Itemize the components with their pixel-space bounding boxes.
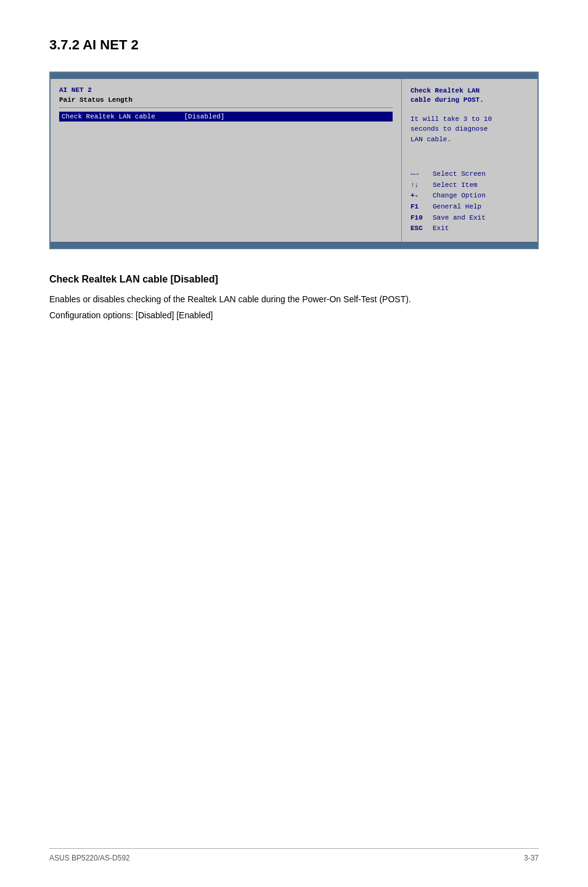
bios-legend-row: ↑↓Select Item [410,180,529,191]
section-title: 3.7.2 AI NET 2 [49,37,539,53]
legend-key: ESC [410,223,429,234]
legend-action: Change Option [433,191,486,202]
bios-bottom-bar [51,242,537,248]
legend-action: Exit [433,223,449,234]
bios-top-bar [51,73,537,79]
bios-legend-row: ESCExit [410,223,529,234]
description-title: Check Realtek LAN cable [Disabled] [49,274,539,285]
description-body2: Configuration options: [Disabled] [Enabl… [49,308,539,322]
legend-action: Select Item [433,180,478,191]
legend-key: ↔→ [410,169,429,180]
bios-menu-item-value: [Disabled] [184,113,224,120]
legend-key: F1 [410,202,429,213]
bios-legend-row: ↔→Select Screen [410,169,529,180]
bios-menu-item-label: Check Realtek LAN cable [62,113,155,120]
description-section: Check Realtek LAN cable [Disabled] Enabl… [49,274,539,323]
bios-panel-title: AI NET 2 [59,86,393,94]
legend-key: F10 [410,213,429,224]
bios-inner: AI NET 2 Pair Status Length Check Realte… [51,79,537,242]
bios-detail-line3: LAN cable. [410,134,529,145]
bios-legend-row: +-Change Option [410,191,529,202]
legend-action: Save and Exit [433,213,486,224]
bios-menu-item-check-realtek[interactable]: Check Realtek LAN cable [Disabled] [59,112,393,122]
bios-desc-line2: cable during POST. [410,96,529,105]
bios-screen: AI NET 2 Pair Status Length Check Realte… [49,72,539,249]
bios-right-panel: Check Realtek LAN cable during POST. It … [402,79,537,242]
bios-desc-line1: Check Realtek LAN [410,86,529,96]
bios-right-detail: It will take 3 to 10 seconds to diagnose… [410,114,529,145]
bios-detail-line1: It will take 3 to 10 [410,114,529,125]
bios-detail-line2: seconds to diagnose [410,124,529,134]
bios-separator [59,107,393,108]
bios-legend-row: F10Save and Exit [410,213,529,224]
legend-key: ↑↓ [410,180,429,191]
bios-column-headers: Pair Status Length [59,96,393,104]
bios-legend-row: F1General Help [410,202,529,213]
bios-legend: ↔→Select Screen↑↓Select Item+-Change Opt… [410,169,529,234]
legend-key: +- [410,191,429,202]
description-body1: Enables or disables checking of the Real… [49,292,539,306]
footer-right: 3-37 [524,854,539,862]
page-footer: ASUS BP5220/AS-D592 3-37 [49,848,539,862]
legend-action: Select Screen [433,169,486,180]
legend-action: General Help [433,202,481,213]
bios-right-description: Check Realtek LAN cable during POST. [410,86,529,105]
bios-left-panel: AI NET 2 Pair Status Length Check Realte… [51,79,402,242]
footer-left: ASUS BP5220/AS-D592 [49,854,130,862]
